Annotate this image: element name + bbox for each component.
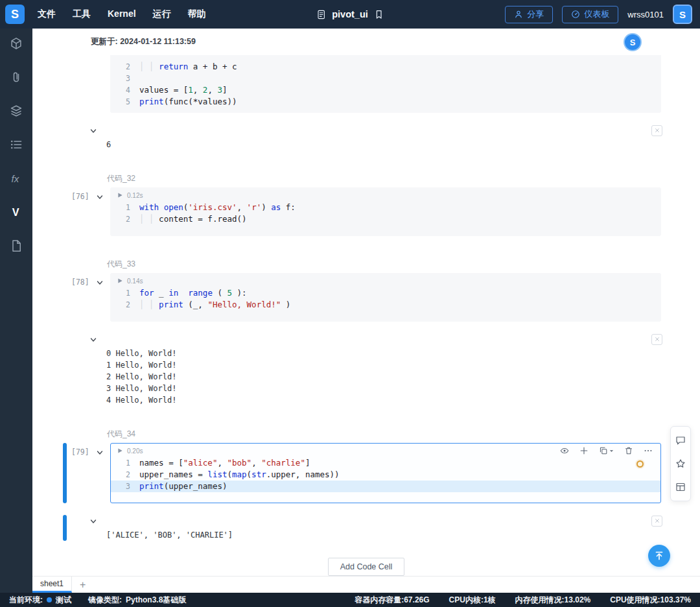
layers-icon — [10, 104, 23, 117]
code-cell[interactable]: 0.20s1names = ["alice", "bob", "charlie"… — [110, 443, 661, 503]
sidebar-item-variables[interactable]: V — [9, 205, 23, 219]
code-line: 2│ │ content = f.read() — [111, 213, 660, 225]
statusbar-metric: CPU使用情况:103.37% — [610, 595, 691, 606]
code-editor[interactable]: 1for _ in range ( 5 ):2│ │ print (_, "He… — [111, 286, 660, 311]
env-value: 测试 — [56, 595, 71, 606]
menu-kernel[interactable]: Kernel — [108, 8, 136, 20]
sidebar: fxV — [0, 29, 32, 593]
share-button[interactable]: 分享 — [505, 6, 553, 23]
clear-output-button[interactable] — [651, 125, 662, 136]
statusbar-right: 容器内存容量:67.26GCPU内核:1核内存使用情况:13.02%CPU使用情… — [355, 595, 691, 606]
cell-header: 0.14s — [111, 274, 660, 286]
more-actions-button[interactable] — [644, 446, 653, 455]
collapse-input-icon[interactable] — [96, 279, 104, 287]
collaborator-avatar[interactable]: S — [624, 33, 642, 51]
clear-output-button[interactable] — [651, 334, 662, 345]
cell-label: 代码_34 — [107, 429, 700, 439]
notebook-cell: 代码_33[78]0.14s1for _ in range ( 5 ):2│ │… — [32, 259, 700, 406]
app-logo[interactable]: S — [5, 5, 25, 24]
line-number: 1 — [111, 202, 130, 213]
outline-icon — [10, 138, 23, 151]
menu-bar: 文件工具Kernel运行帮助 — [38, 8, 206, 20]
cell-header: 0.12s — [111, 188, 660, 200]
cell-gutter — [71, 55, 110, 113]
run-cell-icon[interactable] — [117, 278, 123, 284]
more-actions-icon — [644, 446, 653, 455]
sidebar-item-outline[interactable] — [9, 137, 23, 152]
line-number: 1 — [111, 287, 130, 299]
sidebar-item-attachments[interactable] — [9, 70, 23, 84]
code-editor[interactable]: 2│ │ return a + b + c34values = [1, 2, 3… — [111, 60, 660, 108]
code-cell[interactable]: 2│ │ return a + b + c34values = [1, 2, 3… — [110, 55, 661, 113]
cell-list: 2│ │ return a + b + c34values = [1, 2, 3… — [32, 55, 700, 541]
line-number: 3 — [111, 481, 130, 492]
visibility-button[interactable] — [560, 446, 569, 455]
run-cell-icon[interactable] — [117, 447, 123, 454]
code-editor[interactable]: 1with open('iris.csv', 'r') as f:2│ │ co… — [111, 200, 660, 225]
collapse-output-icon[interactable] — [89, 518, 97, 525]
add-cell-button[interactable] — [579, 446, 589, 455]
statusbar-left: 当前环境: 测试 镜像类型: Python3.8基础版 — [9, 595, 186, 606]
output-line: 4 Hello, World! — [106, 394, 661, 406]
collapse-output-icon[interactable] — [89, 127, 97, 135]
menu-run[interactable]: 运行 — [153, 8, 171, 20]
menu-help[interactable]: 帮助 — [188, 8, 206, 20]
output-line: 6 — [106, 139, 661, 150]
cell-runtime: 0.20s — [127, 447, 143, 455]
caret-down-icon — [609, 449, 614, 453]
line-number: 2 — [111, 61, 130, 73]
collapse-input-icon[interactable] — [96, 193, 104, 201]
cell-label: 代码_32 — [107, 174, 700, 184]
output-section: 6 — [32, 125, 700, 150]
output-body: ['ALICE', 'BOB', 'CHARLIE'] — [32, 527, 700, 541]
notebook-title: pivot_ui — [332, 9, 368, 19]
collapse-input-icon[interactable] — [96, 449, 104, 457]
env-status: 当前环境: 测试 — [9, 595, 71, 606]
scroll-to-top-button[interactable] — [648, 545, 670, 567]
cell-runtime: 0.14s — [127, 278, 143, 285]
main-area: 更新于: 2024-01-12 11:13:59 S 2│ │ return a… — [32, 29, 700, 593]
code-line: 2upper_names = list(map(str.upper, names… — [111, 469, 660, 481]
sheet-tab-bar: sheet1 + — [32, 576, 700, 593]
code-line: 1with open('iris.csv', 'r') as f: — [111, 202, 660, 213]
sidebar-item-files[interactable] — [9, 239, 23, 253]
cell-label: 代码_33 — [107, 259, 700, 269]
cell-status-icon — [636, 460, 644, 468]
app-window: S 文件工具Kernel运行帮助 pivot_ui 分享 仪表板 wrss010… — [0, 0, 700, 607]
bookmark-icon[interactable] — [374, 10, 384, 19]
visibility-icon — [560, 446, 569, 455]
menu-tools[interactable]: 工具 — [73, 8, 91, 20]
clear-output-button[interactable] — [651, 516, 662, 527]
delete-cell-button[interactable] — [624, 446, 633, 455]
image-type-value: Python3.8基础版 — [126, 595, 186, 606]
code-editor[interactable]: 1names = ["alice", "bob", "charlie"]2upp… — [111, 456, 660, 492]
code-line: 3 — [111, 73, 660, 84]
duplicate-cell-button[interactable] — [599, 446, 614, 455]
sidebar-item-functions[interactable]: fx — [9, 171, 23, 185]
line-number: 3 — [111, 73, 130, 84]
collapse-output-icon[interactable] — [89, 336, 97, 344]
username[interactable]: wrss0101 — [627, 10, 664, 19]
code-cell[interactable]: 0.12s1with open('iris.csv', 'r') as f:2│… — [110, 187, 661, 236]
output-header — [32, 515, 700, 527]
tab-sheet1[interactable]: sheet1 — [32, 577, 72, 593]
add-to-dashboard-button[interactable] — [675, 481, 686, 493]
cell-input-row: 2│ │ return a + b + c34values = [1, 2, 3… — [32, 55, 700, 113]
sidebar-item-layers[interactable] — [9, 104, 23, 118]
cell-gutter: [78] — [71, 273, 110, 322]
run-cell-icon[interactable] — [117, 192, 123, 198]
menu-file[interactable]: 文件 — [38, 8, 56, 20]
share-label: 分享 — [527, 8, 544, 20]
line-number: 2 — [111, 299, 130, 311]
comment-button[interactable] — [675, 434, 686, 446]
line-number: 5 — [111, 96, 130, 108]
sidebar-item-packages[interactable] — [9, 36, 23, 51]
notebook-title-wrap: pivot_ui — [316, 9, 384, 19]
favorite-button[interactable] — [675, 458, 686, 470]
code-cell[interactable]: 0.14s1for _ in range ( 5 ):2│ │ print (_… — [110, 273, 661, 322]
add-sheet-button[interactable]: + — [80, 580, 86, 590]
user-avatar[interactable]: S — [673, 5, 692, 24]
output-line: 0 Hello, World! — [106, 348, 661, 359]
add-code-cell-button[interactable]: Add Code Cell — [328, 558, 405, 576]
dashboard-button[interactable]: 仪表板 — [562, 6, 618, 23]
